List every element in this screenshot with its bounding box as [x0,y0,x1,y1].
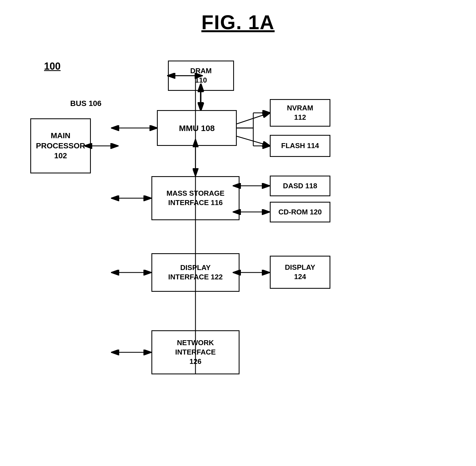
display-box: DISPLAY 124 [270,256,330,289]
flash-box: FLASH 114 [270,135,330,157]
network-interface-line1: NETWORK [177,338,214,348]
dram-box: DRAM 110 [168,61,234,91]
nvram-line1: NVRAM [287,103,313,113]
nvram-box: NVRAM 112 [270,99,330,127]
mass-storage-line1: MASS STORAGE [167,189,224,198]
display-interface-line2: INTERFACE 122 [168,272,223,282]
mmu-line1: MMU 108 [179,123,215,133]
cdrom-line1: CD-ROM 120 [278,208,322,217]
display-interface-box: DISPLAY INTERFACE 122 [151,253,240,292]
main-processor-line1: MAIN [51,131,70,141]
cdrom-box: CD-ROM 120 [270,202,330,222]
svg-line-10 [237,113,270,124]
mass-storage-box: MASS STORAGE INTERFACE 116 [151,176,240,220]
flash-line1: FLASH 114 [281,141,319,151]
network-interface-box: NETWORK INTERFACE 126 [151,330,240,374]
network-interface-line3: 126 [189,357,201,366]
page-title: FIG. 1A [0,0,476,34]
display-interface-line1: DISPLAY [180,263,211,272]
dram-line1: DRAM [190,66,212,76]
bus-label: BUS 106 [70,99,102,108]
dram-line2: 110 [195,76,207,85]
svg-line-11 [237,136,270,146]
main-processor-box: MAIN PROCESSOR 102 [30,118,91,173]
mmu-box: MMU 108 [157,110,237,146]
dasd-box: DASD 118 [270,176,330,196]
nvram-line2: 112 [294,113,306,122]
diagram-container: 100 BUS 106 MAIN PROCESSOR 102 DRAM 110 … [22,44,454,455]
network-interface-line2: INTERFACE [175,348,216,357]
dasd-line1: DASD 118 [283,181,317,191]
system-label: 100 [44,61,61,72]
main-processor-line2: PROCESSOR [36,141,85,151]
mass-storage-line2: INTERFACE 116 [168,198,223,208]
display-line2: 124 [294,272,306,282]
main-processor-line3: 102 [54,151,67,161]
display-line1: DISPLAY [285,263,315,272]
